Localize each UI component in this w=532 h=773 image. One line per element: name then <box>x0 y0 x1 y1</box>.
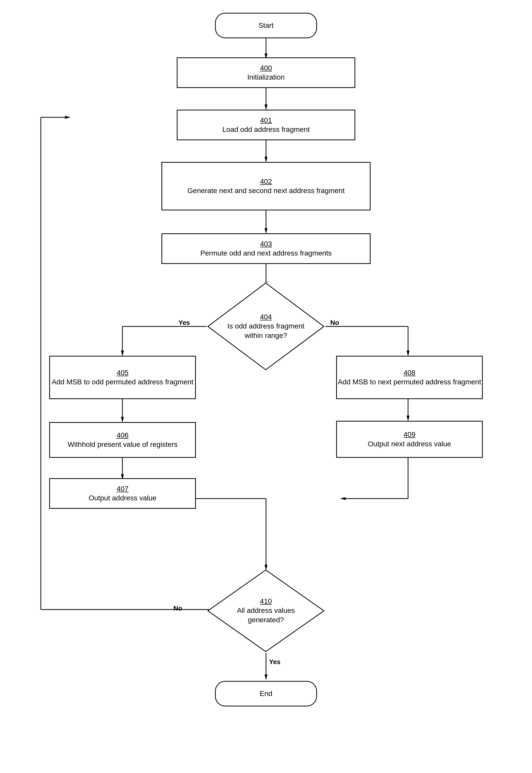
svg-marker-21 <box>407 416 409 421</box>
node-407-label: Output address value <box>88 493 156 503</box>
node-410-container: 410 All address values generated? <box>207 569 325 653</box>
svg-marker-17 <box>121 417 124 422</box>
end-node: End <box>215 681 317 706</box>
node-404-label: 404 Is odd address fragment within range… <box>223 312 309 340</box>
svg-marker-27 <box>340 497 346 500</box>
node-409-number: 409 <box>403 430 415 439</box>
node-408-number: 408 <box>403 368 415 377</box>
node-400-label: Initialization <box>247 73 285 82</box>
node-402-number: 402 <box>260 177 272 186</box>
node-403-number: 403 <box>260 239 272 249</box>
node-409-label: Output next address value <box>368 439 451 449</box>
flowchart: Start 400 Initialization 401 Load odd ad… <box>0 0 532 773</box>
yes-404-label: Yes <box>179 319 190 327</box>
start-label: Start <box>258 21 273 30</box>
node-405-number: 405 <box>117 368 129 377</box>
svg-marker-7 <box>265 228 267 233</box>
node-405-label: Add MSB to odd permuted address fragment <box>52 377 194 387</box>
node-401-label: Load odd address fragment <box>222 125 310 134</box>
node-410-label: 410 All address values generated? <box>223 597 309 625</box>
node-407-number: 407 <box>117 484 129 493</box>
svg-marker-31 <box>65 116 70 119</box>
svg-marker-3 <box>265 105 267 110</box>
node-403-label: Permute odd and next address fragments <box>200 249 332 258</box>
node-405: 405 Add MSB to odd permuted address frag… <box>49 356 196 399</box>
node-407: 407 Output address value <box>49 478 196 509</box>
node-406-label: Withhold present value of registers <box>68 440 178 449</box>
svg-marker-12 <box>121 351 124 356</box>
node-400: 400 Initialization <box>177 57 355 88</box>
no-404-label: No <box>330 319 339 327</box>
node-406-number: 406 <box>117 431 129 440</box>
node-402: 402 Generate next and second next addres… <box>161 162 371 210</box>
no-410-label: No <box>173 604 182 612</box>
node-408: 408 Add MSB to next permuted address fra… <box>336 356 483 399</box>
node-406: 406 Withhold present value of registers <box>49 422 196 458</box>
node-409: 409 Output next address value <box>336 421 483 458</box>
svg-marker-33 <box>265 675 267 680</box>
svg-marker-15 <box>407 351 409 356</box>
node-404-diamond: 404 Is odd address fragment within range… <box>207 282 325 371</box>
node-401: 401 Load odd address fragment <box>177 110 355 140</box>
end-label: End <box>260 689 272 698</box>
node-400-number: 400 <box>260 64 272 73</box>
node-408-label: Add MSB to next permuted address fragmen… <box>338 377 481 387</box>
node-402-label: Generate next and second next address fr… <box>187 186 345 195</box>
start-node: Start <box>215 13 317 38</box>
yes-410-label: Yes <box>269 658 281 666</box>
node-401-number: 401 <box>260 116 272 125</box>
node-403: 403 Permute odd and next address fragmen… <box>161 233 371 264</box>
svg-marker-5 <box>265 157 267 162</box>
